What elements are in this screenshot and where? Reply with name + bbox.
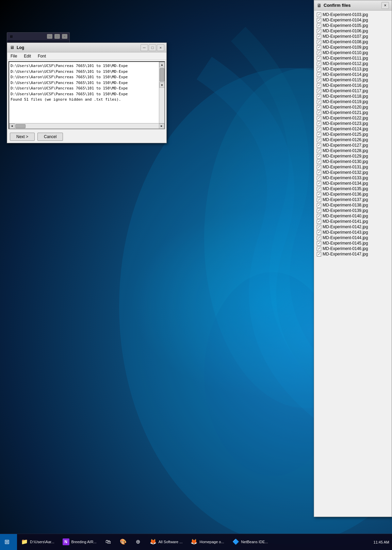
file-checkbox[interactable]: ✓ [317,121,321,126]
log-scrollbar-horizontal[interactable]: ◄ ► [9,123,164,129]
file-checkbox[interactable]: ✓ [317,67,321,71]
list-item: ✓MD-Experiment-0115.jpg [317,77,389,83]
list-item: ✓MD-Experiment-0116.jpg [317,83,389,88]
file-checkbox[interactable]: ✓ [317,230,321,235]
file-checkbox[interactable]: ✓ [317,45,321,50]
taskbar-item-allsoftware[interactable]: 🦊All Software ... [146,534,187,550]
log-close-btn[interactable]: × [157,44,164,51]
file-checkbox[interactable]: ✓ [317,13,321,17]
log-titlebar-title: Log [17,45,138,50]
list-item: ✓MD-Experiment-0137.jpg [317,197,389,202]
log-menu-file[interactable]: File [9,53,19,59]
list-item: ✓MD-Experiment-0130.jpg [317,159,389,164]
file-checkbox[interactable]: ✓ [317,149,321,153]
file-checkbox[interactable]: ✓ [317,219,321,224]
scroll-thumb-v[interactable] [160,68,164,82]
next-button[interactable]: Next > [10,133,35,141]
taskbar-item-paint[interactable]: 🎨 [116,534,131,550]
taskbar-item-explorer[interactable]: 📁D:\Users\Aar... [17,534,59,550]
file-checkbox[interactable]: ✓ [317,187,321,191]
file-checkbox[interactable]: ✓ [317,62,321,66]
confirm-close-btn[interactable]: × [381,2,389,9]
log-minimize-btn[interactable]: ─ [141,44,148,51]
file-checkbox[interactable]: ✓ [317,143,321,148]
file-checkbox[interactable]: ✓ [317,247,321,251]
list-item: ✓MD-Experiment-0131.jpg [317,164,389,170]
file-name-label: MD-Experiment-0137.jpg [323,197,368,202]
file-checkbox[interactable]: ✓ [317,94,321,99]
file-checkbox[interactable]: ✓ [317,252,321,256]
file-checkbox[interactable]: ✓ [317,138,321,142]
scroll-thumb-h[interactable] [15,124,26,128]
log-window: 🖥 Log ─ □ × File Edit Font D:\Users\Aaro… [7,43,167,143]
file-checkbox[interactable]: ✓ [317,89,321,93]
tray-time: 11:45 AM [374,540,389,544]
file-checkbox[interactable]: ✓ [317,127,321,131]
file-checkbox[interactable]: ✓ [317,214,321,218]
file-checkbox[interactable]: ✓ [317,203,321,207]
file-checkbox[interactable]: ✓ [317,192,321,197]
file-checkbox[interactable]: ✓ [317,51,321,55]
scroll-left-arrow[interactable]: ◄ [9,123,15,129]
cancel-button[interactable]: Cancel [37,133,63,141]
taskbar-icon-paint: 🎨 [120,538,127,545]
file-name-label: MD-Experiment-0116.jpg [323,83,368,88]
file-checkbox[interactable]: ✓ [317,111,321,115]
log-scrollbar-vertical[interactable]: ▲ ▼ [159,62,164,129]
file-name-label: MD-Experiment-0108.jpg [323,39,368,44]
list-item: ✓MD-Experiment-0129.jpg [317,153,389,159]
file-checkbox[interactable]: ✓ [317,176,321,180]
file-checkbox[interactable]: ✓ [317,18,321,22]
file-name-label: MD-Experiment-0117.jpg [323,88,368,93]
file-checkbox[interactable]: ✓ [317,241,321,246]
file-name-label: MD-Experiment-0122.jpg [323,116,368,120]
maximize-ghost-btn[interactable]: □ [54,34,60,39]
taskbar-item-netbeans[interactable]: 🔷NetBeans IDE... [228,534,272,550]
file-checkbox[interactable]: ✓ [317,165,321,169]
file-checkbox[interactable]: ✓ [317,225,321,229]
file-name-label: MD-Experiment-0144.jpg [323,235,368,240]
scroll-up-arrow[interactable]: ▲ [159,62,165,67]
list-item: ✓MD-Experiment-0140.jpg [317,213,389,219]
scroll-down-arrow[interactable]: ▼ [159,82,165,88]
file-name-label: MD-Experiment-0135.jpg [323,186,368,191]
taskbar-item-chrome[interactable]: ⊕ [131,534,146,550]
file-checkbox[interactable]: ✓ [317,198,321,202]
file-checkbox[interactable]: ✓ [317,105,321,110]
scroll-right-arrow[interactable]: ► [159,123,164,129]
file-checkbox[interactable]: ✓ [317,78,321,82]
log-maximize-btn[interactable]: □ [149,44,156,51]
file-checkbox[interactable]: ✓ [317,154,321,159]
file-checkbox[interactable]: ✓ [317,34,321,39]
confirm-files-dialog: 🖥 Confirm files × ✓MD-Experiment-0103.jp… [314,0,392,517]
file-checkbox[interactable]: ✓ [317,29,321,33]
log-menu-edit[interactable]: Edit [22,53,33,59]
file-checkbox[interactable]: ✓ [317,160,321,164]
file-name-label: MD-Experiment-0145.jpg [323,241,368,246]
taskbar-icon-netbeans: 🔷 [232,538,239,545]
file-checkbox[interactable]: ✓ [317,72,321,77]
taskbar-item-onenote[interactable]: NBreeding AIR... [59,534,101,550]
file-checkbox[interactable]: ✓ [317,132,321,137]
minimize-ghost-btn[interactable]: ─ [47,34,52,39]
close-ghost-btn[interactable]: × [62,34,67,39]
file-checkbox[interactable]: ✓ [317,56,321,61]
list-item: ✓MD-Experiment-0118.jpg [317,94,389,99]
start-button[interactable]: ⊞ [0,534,17,550]
file-checkbox[interactable]: ✓ [317,23,321,28]
log-menu-font[interactable]: Font [36,53,48,59]
file-name-label: MD-Experiment-0125.jpg [323,132,368,137]
taskbar-item-store[interactable]: 🛍 [101,534,116,550]
file-checkbox[interactable]: ✓ [317,40,321,44]
file-checkbox[interactable]: ✓ [317,116,321,120]
file-checkbox[interactable]: ✓ [317,170,321,175]
file-checkbox[interactable]: ✓ [317,236,321,240]
log-titlebar-controls: ─ □ × [141,44,164,51]
list-item: ✓MD-Experiment-0138.jpg [317,202,389,208]
file-checkbox[interactable]: ✓ [317,181,321,186]
file-checkbox[interactable]: ✓ [317,83,321,88]
minimized-icon: 🖥 [9,34,13,38]
file-checkbox[interactable]: ✓ [317,209,321,213]
file-checkbox[interactable]: ✓ [317,100,321,104]
taskbar-item-homepage[interactable]: 🦊Homepage o... [186,534,228,550]
